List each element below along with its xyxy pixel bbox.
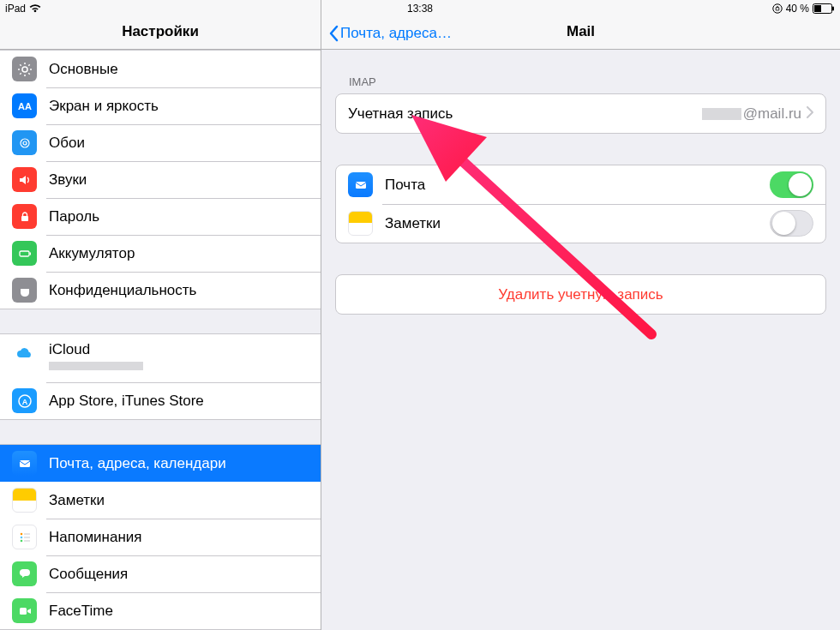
battery-icon: [813, 3, 835, 14]
delete-account-button[interactable]: Удалить учетную запись: [336, 275, 825, 314]
svg-line-11: [20, 73, 21, 74]
svg-point-22: [20, 532, 22, 535]
sounds-icon: [12, 167, 37, 192]
svg-rect-3: [832, 7, 834, 11]
sidebar-item-messages[interactable]: Сообщения: [0, 555, 321, 592]
settings-sidebar: Настройки Основные AA Экран и яркость: [0, 0, 321, 630]
sidebar-item-icloud[interactable]: iCloud: [0, 334, 321, 382]
svg-point-15: [23, 141, 27, 145]
sidebar-item-mail[interactable]: Почта, адреса, календари: [0, 445, 321, 482]
sidebar-title: Настройки: [122, 23, 199, 40]
account-label: Учетная запись: [348, 105, 702, 123]
sidebar-item-label: Пароль: [49, 208, 309, 225]
mail-icon: [12, 451, 37, 476]
wallpaper-icon: [12, 130, 37, 155]
appstore-icon: A: [12, 388, 37, 413]
detail-title: Mail: [567, 23, 595, 40]
sidebar-item-label: App Store, iTunes Store: [49, 393, 309, 410]
sidebar-item-label: Почта, адреса, календари: [49, 455, 309, 472]
sidebar-item-label: Аккумулятор: [49, 245, 309, 262]
svg-text:AA: AA: [18, 101, 32, 111]
svg-point-23: [20, 536, 22, 538]
sidebar-item-label: Экран и яркость: [49, 98, 309, 115]
sidebar-item-label: Сообщения: [49, 566, 309, 583]
svg-point-14: [21, 139, 29, 147]
gear-icon: [12, 57, 37, 81]
sidebar-item-sounds[interactable]: Звуки: [0, 161, 321, 198]
service-label: Почта: [385, 177, 770, 194]
svg-point-24: [20, 539, 22, 542]
notes-toggle[interactable]: [770, 210, 813, 237]
sidebar-item-privacy[interactable]: Конфиденциальность: [0, 272, 321, 309]
svg-rect-29: [356, 182, 366, 189]
svg-rect-28: [20, 608, 27, 615]
sidebar-item-label: Звуки: [49, 171, 309, 189]
sidebar-item-label: Основные: [49, 61, 309, 78]
account-row[interactable]: Учетная запись @mail.ru: [336, 94, 825, 133]
display-icon: AA: [12, 93, 37, 118]
facetime-icon: [12, 598, 37, 623]
svg-rect-21: [20, 460, 30, 467]
sidebar-item-label: iCloud: [49, 341, 143, 358]
svg-rect-16: [21, 216, 28, 221]
privacy-icon: [12, 278, 37, 303]
reminders-icon: [12, 525, 37, 549]
sidebar-item-battery[interactable]: Аккумулятор: [0, 235, 321, 272]
sidebar-item-label: Обои: [49, 135, 309, 152]
notes-icon: [12, 488, 37, 513]
sidebar-item-label: Напоминания: [49, 529, 309, 546]
svg-point-4: [22, 67, 27, 72]
delete-label: Удалить учетную запись: [348, 286, 813, 303]
sidebar-item-label: Заметки: [49, 492, 309, 509]
detail-pane: Почта, адреса… Mail IMAP Учетная запись …: [321, 0, 840, 630]
sidebar-item-appstore[interactable]: A App Store, iTunes Store: [0, 382, 321, 419]
mail-toggle[interactable]: [770, 171, 813, 198]
svg-point-0: [772, 4, 781, 13]
svg-line-12: [28, 64, 29, 65]
mail-icon: [348, 172, 373, 197]
svg-rect-17: [20, 251, 29, 256]
sidebar-item-facetime[interactable]: FaceTime: [0, 592, 321, 629]
sidebar-item-label: Конфиденциальность: [49, 282, 309, 299]
sidebar-item-wallpaper[interactable]: Обои: [0, 124, 321, 161]
battery-app-icon: [12, 241, 37, 266]
svg-rect-18: [29, 252, 31, 255]
battery-percent: 40 %: [786, 3, 809, 15]
service-label: Заметки: [385, 215, 770, 232]
sidebar-item-general[interactable]: Основные: [0, 51, 321, 87]
icloud-icon: [12, 341, 37, 366]
svg-line-9: [20, 64, 21, 65]
status-time: 13:38: [407, 3, 433, 15]
notes-icon: [348, 211, 373, 236]
account-value: @mail.ru: [702, 105, 801, 123]
svg-text:A: A: [21, 397, 27, 405]
svg-line-10: [28, 73, 29, 74]
back-label: Почта, адреса…: [340, 25, 452, 42]
status-bar: iPad 13:38 40 %: [0, 0, 840, 17]
section-header-imap: IMAP: [349, 75, 826, 88]
sidebar-item-passcode[interactable]: Пароль: [0, 198, 321, 235]
lock-icon: [12, 204, 37, 229]
service-mail-row: Почта: [336, 165, 825, 204]
back-button[interactable]: Почта, адреса…: [328, 25, 452, 42]
sidebar-item-label: FaceTime: [49, 603, 309, 620]
device-label: iPad: [5, 3, 26, 15]
svg-rect-2: [814, 5, 821, 12]
sidebar-item-reminders[interactable]: Напоминания: [0, 519, 321, 555]
wifi-icon: [29, 4, 41, 13]
service-notes-row: Заметки: [336, 204, 825, 243]
chevron-right-icon: [807, 105, 813, 123]
sidebar-item-notes[interactable]: Заметки: [0, 482, 321, 519]
icloud-account-email: [49, 359, 143, 371]
messages-icon: [12, 561, 37, 586]
sidebar-item-display[interactable]: AA Экран и яркость: [0, 87, 321, 124]
chevron-left-icon: [328, 25, 339, 42]
orientation-lock-icon: [772, 3, 783, 14]
